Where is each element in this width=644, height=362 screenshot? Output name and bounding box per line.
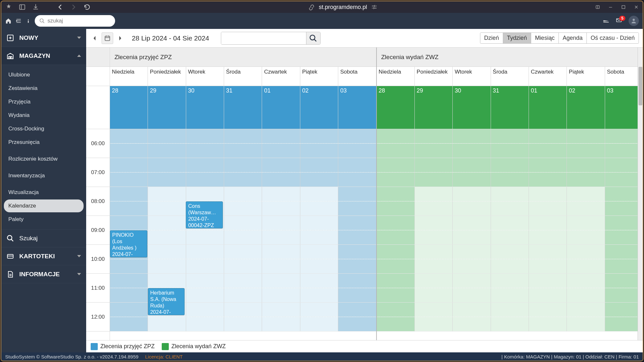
time-slot[interactable] <box>186 144 224 158</box>
time-slot[interactable] <box>186 172 224 187</box>
time-slot[interactable] <box>110 303 148 317</box>
time-slot[interactable] <box>110 317 148 331</box>
time-slot[interactable] <box>224 317 262 331</box>
time-slot[interactable] <box>224 158 262 172</box>
time-slot[interactable] <box>110 259 148 273</box>
time-slot[interactable] <box>110 216 148 230</box>
sidebar-item-inwentaryzacja[interactable]: Inwentaryzacja <box>4 169 84 182</box>
time-slot[interactable] <box>453 303 491 317</box>
time-slot[interactable] <box>605 187 643 201</box>
time-slot[interactable] <box>453 259 491 273</box>
time-slot[interactable] <box>338 303 376 317</box>
sidebar-item-wizualizacja[interactable]: Wizualizacja <box>4 186 84 199</box>
time-slot[interactable] <box>415 259 453 273</box>
time-slot[interactable] <box>110 172 148 187</box>
time-slot[interactable] <box>224 216 262 230</box>
time-slot[interactable] <box>300 303 338 317</box>
time-slot[interactable] <box>338 129 376 143</box>
info-icon[interactable] <box>26 18 31 24</box>
time-slot[interactable] <box>491 230 529 244</box>
allday-cell[interactable]: 28 <box>110 86 148 129</box>
side-head-kartoteki[interactable]: KARTOTEKI <box>1 247 86 265</box>
time-slot[interactable] <box>453 201 491 216</box>
time-slot[interactable] <box>567 259 605 273</box>
time-slot[interactable] <box>567 129 605 143</box>
allday-cell[interactable]: 02 <box>567 86 605 129</box>
time-slot[interactable] <box>377 288 415 302</box>
allday-cell[interactable]: 31 <box>224 86 262 129</box>
time-slot[interactable] <box>110 274 148 288</box>
time-slot[interactable] <box>148 317 186 331</box>
view-tab-dzien[interactable]: Dzień <box>480 33 503 43</box>
allday-cell[interactable]: 01 <box>529 86 567 129</box>
time-slot[interactable] <box>262 230 300 244</box>
time-slot[interactable] <box>186 259 224 273</box>
time-slot[interactable] <box>529 245 567 259</box>
maximize-icon[interactable] <box>621 4 626 10</box>
time-slot[interactable] <box>338 274 376 288</box>
time-slot[interactable] <box>262 129 300 143</box>
time-slot[interactable] <box>605 274 643 288</box>
mail-button[interactable]: 5 <box>616 17 622 25</box>
time-slot[interactable] <box>377 216 415 230</box>
time-slot[interactable] <box>262 303 300 317</box>
time-slot[interactable] <box>567 288 605 302</box>
time-slot[interactable] <box>605 317 643 331</box>
time-slot[interactable] <box>567 144 605 158</box>
time-slot[interactable] <box>529 259 567 273</box>
time-slot[interactable] <box>529 230 567 244</box>
download-icon[interactable] <box>32 4 39 11</box>
side-head-szukaj[interactable]: Szukaj <box>1 229 86 247</box>
time-slot[interactable] <box>262 274 300 288</box>
time-slot[interactable] <box>300 259 338 273</box>
time-slot[interactable] <box>148 274 186 288</box>
time-slot[interactable] <box>338 245 376 259</box>
calendar-search-input[interactable] <box>221 32 306 44</box>
time-slot[interactable] <box>110 129 148 143</box>
time-slot[interactable] <box>338 288 376 302</box>
time-slot[interactable] <box>377 245 415 259</box>
time-slot[interactable] <box>300 129 338 143</box>
time-slot[interactable] <box>453 288 491 302</box>
time-slot[interactable] <box>300 201 338 216</box>
time-slot[interactable] <box>491 303 529 317</box>
time-slot[interactable] <box>148 245 186 259</box>
time-slot[interactable] <box>415 172 453 187</box>
time-slot[interactable] <box>300 187 338 201</box>
time-slot[interactable] <box>415 158 453 172</box>
time-slot[interactable] <box>567 303 605 317</box>
time-slot[interactable] <box>300 245 338 259</box>
time-slot[interactable] <box>415 187 453 201</box>
time-slot[interactable] <box>453 245 491 259</box>
time-slot[interactable] <box>300 158 338 172</box>
time-slot[interactable] <box>262 317 300 331</box>
time-slot[interactable] <box>300 288 338 302</box>
side-head-nowy[interactable]: NOWY <box>1 29 86 47</box>
time-slot[interactable] <box>491 317 529 331</box>
time-slot[interactable] <box>338 187 376 201</box>
time-slot[interactable] <box>186 317 224 331</box>
time-slot[interactable] <box>453 158 491 172</box>
time-slot[interactable] <box>605 129 643 143</box>
time-slot[interactable] <box>567 317 605 331</box>
time-slot[interactable] <box>148 230 186 244</box>
time-slot[interactable] <box>186 288 224 302</box>
time-slot[interactable] <box>186 230 224 244</box>
sidebar-item-przyjecia[interactable]: Przyjęcia <box>4 95 84 108</box>
time-slot[interactable] <box>148 216 186 230</box>
time-slot[interactable] <box>605 201 643 216</box>
time-slot[interactable] <box>262 245 300 259</box>
time-slot[interactable] <box>148 187 186 201</box>
scrollbar[interactable] <box>638 48 643 340</box>
time-slot[interactable] <box>110 201 148 216</box>
time-slot[interactable] <box>224 129 262 143</box>
time-slot[interactable] <box>262 172 300 187</box>
time-slot[interactable] <box>453 274 491 288</box>
home-icon[interactable] <box>5 18 12 24</box>
time-slot[interactable] <box>529 144 567 158</box>
time-slot[interactable] <box>300 172 338 187</box>
time-slot[interactable] <box>148 129 186 143</box>
time-slot[interactable] <box>567 201 605 216</box>
view-tab-agenda[interactable]: Agenda <box>559 33 587 43</box>
side-head-informacje[interactable]: INFORMACJE <box>1 265 86 283</box>
